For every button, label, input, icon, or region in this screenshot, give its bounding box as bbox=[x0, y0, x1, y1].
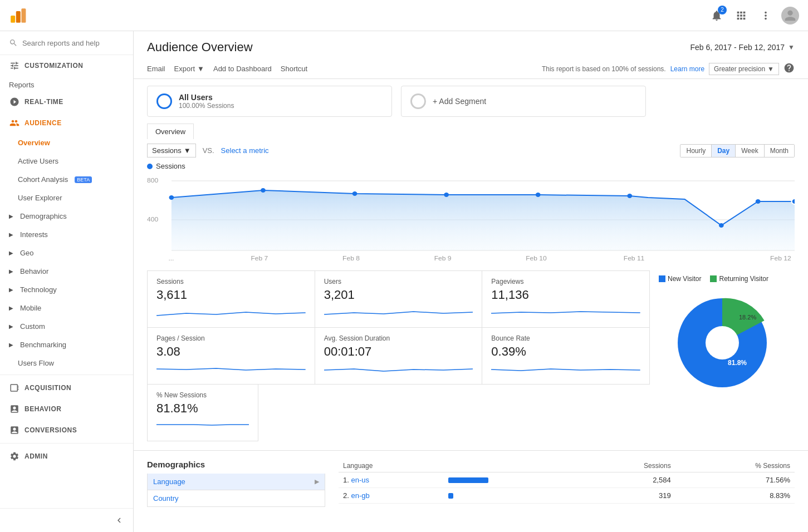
demographics-arrow-icon: ▶ bbox=[9, 213, 13, 219]
toolbar-right: This report is based on 100% of sessions… bbox=[542, 62, 795, 75]
sidebar-item-user-explorer[interactable]: User Explorer bbox=[0, 189, 133, 207]
lang-link-engb[interactable]: en-gb bbox=[351, 491, 369, 500]
content-header: Audience Overview Feb 6, 2017 - Feb 12, … bbox=[134, 31, 808, 59]
conversions-icon bbox=[9, 425, 20, 436]
time-btn-month[interactable]: Month bbox=[765, 145, 794, 157]
sidebar-item-conversions[interactable]: CONVERSIONS bbox=[0, 420, 133, 441]
cohort-label: Cohort Analysis bbox=[18, 175, 68, 184]
metric-card-bounce-rate: Bounce Rate 0.39% bbox=[482, 327, 650, 385]
new-visitor-label: New Visitor bbox=[668, 275, 701, 283]
svg-text:18.2%: 18.2% bbox=[739, 314, 756, 321]
sidebar-item-acquisition[interactable]: ACQUISITION bbox=[0, 377, 133, 398]
avatar-icon bbox=[782, 8, 798, 23]
svg-text:Feb 8: Feb 8 bbox=[342, 255, 360, 261]
help-icon[interactable] bbox=[783, 62, 795, 75]
lang-bar-2 bbox=[444, 488, 577, 504]
returning-visitor-dot bbox=[710, 275, 717, 282]
shortcut-button[interactable]: Shortcut bbox=[281, 65, 307, 73]
sidebar-item-benchmarking[interactable]: ▶ Benchmarking bbox=[0, 336, 133, 354]
demo-right: Language Sessions % Sessions 1. en-us bbox=[339, 460, 795, 507]
sidebar-item-behavior[interactable]: ▶ Behavior bbox=[0, 262, 133, 280]
overview-tab[interactable]: Overview bbox=[147, 124, 194, 139]
search-icon bbox=[9, 38, 18, 48]
chart-controls: Sessions ▼ VS. Select a metric Hourly Da… bbox=[134, 139, 808, 162]
all-users-segment[interactable]: All Users 100.00% Sessions bbox=[147, 86, 392, 117]
svg-text:Feb 9: Feb 9 bbox=[434, 255, 452, 261]
add-segment-card[interactable]: + Add Segment bbox=[401, 86, 646, 117]
sidebar-collapse-button[interactable] bbox=[0, 508, 133, 532]
apps-button[interactable] bbox=[732, 7, 750, 24]
sidebar-item-mobile[interactable]: ▶ Mobile bbox=[0, 299, 133, 317]
page-title: Audience Overview bbox=[147, 40, 253, 55]
language-table: Language Sessions % Sessions 1. en-us bbox=[339, 460, 795, 504]
sidebar-item-cohort[interactable]: Cohort Analysis BETA bbox=[0, 170, 133, 189]
sidebar-item-audience[interactable]: AUDIENCE bbox=[0, 112, 133, 134]
bounce-rate-label: Bounce Rate bbox=[491, 334, 640, 342]
svg-point-9 bbox=[169, 195, 174, 200]
svg-text:...: ... bbox=[168, 255, 174, 261]
metric-dropdown[interactable]: Sessions ▼ bbox=[147, 144, 196, 157]
date-range-arrow-icon: ▼ bbox=[788, 43, 795, 51]
acquisition-icon bbox=[9, 382, 20, 393]
lang-link-enus[interactable]: en-us bbox=[351, 476, 369, 484]
demo-row-language[interactable]: Language ▶ bbox=[147, 474, 325, 490]
more-options-button[interactable] bbox=[757, 7, 775, 24]
segments-row: All Users 100.00% Sessions + Add Segment bbox=[134, 79, 808, 124]
customization-icon bbox=[9, 60, 20, 71]
users-label: Users bbox=[324, 278, 473, 285]
precision-dropdown-icon: ▼ bbox=[767, 65, 774, 73]
chart-area: Sessions 800 400 bbox=[134, 162, 808, 262]
mobile-arrow-icon: ▶ bbox=[9, 305, 13, 311]
sidebar-item-realtime[interactable]: REAL-TIME bbox=[0, 91, 133, 112]
export-button[interactable]: Export ▼ bbox=[174, 65, 204, 73]
behavior-main-icon bbox=[9, 403, 20, 415]
sidebar-item-admin[interactable]: ADMIN bbox=[0, 446, 133, 467]
ga-logo-icon bbox=[9, 7, 27, 24]
sidebar-item-custom[interactable]: ▶ Custom bbox=[0, 317, 133, 336]
select-metric-link[interactable]: Select a metric bbox=[221, 146, 269, 155]
sidebar-item-geo[interactable]: ▶ Geo bbox=[0, 244, 133, 262]
acquisition-label: ACQUISITION bbox=[25, 384, 71, 392]
session-info-text: This report is based on 100% of sessions… bbox=[542, 65, 666, 73]
mobile-label: Mobile bbox=[20, 304, 41, 312]
lang-pct-2: 8.83% bbox=[675, 488, 795, 504]
audience-icon bbox=[9, 117, 20, 129]
customization-label: CUSTOMIZATION bbox=[25, 62, 83, 70]
search-input[interactable] bbox=[22, 39, 124, 47]
time-btn-hourly[interactable]: Hourly bbox=[680, 145, 712, 157]
custom-label: Custom bbox=[20, 322, 45, 331]
sidebar-item-users-flow[interactable]: Users Flow bbox=[0, 354, 133, 372]
time-btn-week[interactable]: Week bbox=[736, 145, 764, 157]
sessions-value: 3,611 bbox=[156, 288, 306, 302]
sidebar-item-customization[interactable]: CUSTOMIZATION bbox=[0, 55, 133, 76]
sidebar-item-behavior-main[interactable]: BEHAVIOR bbox=[0, 398, 133, 420]
logo bbox=[9, 7, 27, 24]
add-to-dashboard-button[interactable]: Add to Dashboard bbox=[213, 65, 272, 73]
demo-row-country[interactable]: Country bbox=[147, 490, 325, 507]
notification-button[interactable]: 2 bbox=[708, 7, 726, 24]
sidebar-item-demographics[interactable]: ▶ Demographics bbox=[0, 207, 133, 225]
table-row: 1. en-us 2,584 71.56% bbox=[339, 472, 795, 488]
sidebar-item-active-users[interactable]: Active Users bbox=[0, 152, 133, 170]
pages-session-value: 3.08 bbox=[156, 344, 306, 359]
svg-rect-1 bbox=[16, 11, 21, 23]
lang-bar-1 bbox=[444, 472, 577, 488]
reports-section-label: Reports bbox=[0, 76, 133, 91]
learn-more-link[interactable]: Learn more bbox=[670, 65, 704, 73]
sidebar-item-technology[interactable]: ▶ Technology bbox=[0, 280, 133, 299]
email-button[interactable]: Email bbox=[147, 65, 165, 73]
sessions-label: Sessions bbox=[156, 278, 306, 285]
sidebar-item-interests[interactable]: ▶ Interests bbox=[0, 225, 133, 244]
sidebar-item-overview[interactable]: Overview bbox=[0, 134, 133, 152]
user-avatar[interactable] bbox=[781, 7, 799, 24]
apps-icon bbox=[735, 9, 747, 22]
date-range-picker[interactable]: Feb 6, 2017 - Feb 12, 2017 ▼ bbox=[690, 43, 795, 52]
segment-circle bbox=[156, 93, 172, 109]
interests-label: Interests bbox=[20, 230, 48, 239]
svg-text:400: 400 bbox=[147, 216, 158, 222]
sessions-legend-label: Sessions bbox=[156, 162, 185, 170]
time-btn-day[interactable]: Day bbox=[712, 145, 736, 157]
metric-select-label: Sessions bbox=[152, 146, 182, 155]
precision-select[interactable]: Greater precision ▼ bbox=[709, 63, 779, 75]
vs-text: VS. bbox=[203, 146, 214, 155]
